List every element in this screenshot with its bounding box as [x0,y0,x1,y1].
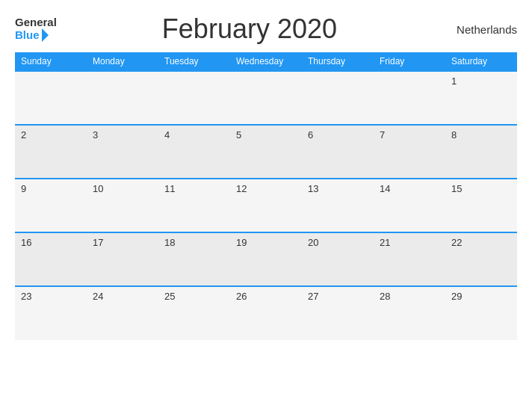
calendar-day-cell: 28 [374,286,445,340]
calendar-day-cell: 4 [158,125,230,179]
calendar-day-cell: 10 [87,179,158,232]
calendar-day-cell: 6 [302,125,374,179]
calendar-header: Sunday Monday Tuesday Wednesday Thursday… [15,52,517,71]
weekday-header-row: Sunday Monday Tuesday Wednesday Thursday… [15,52,517,71]
calendar-day-cell: 19 [230,232,302,286]
calendar-day-cell: 18 [158,232,230,286]
day-number: 25 [164,291,175,302]
calendar-day-cell: 16 [15,232,87,286]
day-number: 12 [236,183,247,194]
calendar-body: 1234567891011121314151617181920212223242… [15,71,517,340]
day-number: 28 [380,291,390,302]
calendar-day-cell: 7 [374,125,445,179]
calendar-day-cell: 5 [230,125,302,179]
day-number: 20 [308,237,318,248]
calendar-day-cell [158,71,230,125]
calendar-day-cell: 25 [158,286,230,340]
calendar-day-cell: 23 [15,286,87,340]
calendar-week-row: 2345678 [15,125,517,179]
calendar-day-cell: 29 [445,286,517,340]
day-number: 16 [21,237,31,248]
header-monday: Monday [87,52,158,71]
header-friday: Friday [374,52,445,71]
day-number: 7 [380,129,385,140]
calendar-day-cell: 21 [374,232,445,286]
day-number: 14 [380,183,390,194]
day-number: 23 [21,291,31,302]
calendar-day-cell: 26 [230,286,302,340]
day-number: 4 [164,129,170,140]
day-number: 18 [164,237,175,248]
logo-general-text: General [15,16,57,29]
calendar-day-cell: 1 [445,71,517,125]
calendar-week-row: 16171819202122 [15,232,517,286]
calendar-day-cell: 11 [158,179,230,232]
calendar-day-cell: 12 [230,179,302,232]
calendar-day-cell [15,71,87,125]
calendar-title: February 2020 [57,13,442,45]
day-number: 26 [236,291,247,302]
day-number: 2 [21,129,26,140]
header-wednesday: Wednesday [230,52,302,71]
calendar-day-cell [374,71,445,125]
day-number: 8 [451,129,457,140]
calendar-day-cell [87,71,158,125]
calendar-day-cell: 24 [87,286,158,340]
day-number: 27 [308,291,318,302]
calendar-day-cell: 22 [445,232,517,286]
country-label: Netherlands [442,23,517,36]
calendar-table: Sunday Monday Tuesday Wednesday Thursday… [15,52,517,340]
calendar-week-row: 1 [15,71,517,125]
day-number: 24 [93,291,103,302]
header: General Blue February 2020 Netherlands [15,13,517,45]
header-saturday: Saturday [445,52,517,71]
day-number: 21 [380,237,390,248]
header-thursday: Thursday [302,52,374,71]
day-number: 19 [236,237,247,248]
day-number: 22 [451,237,462,248]
page: General Blue February 2020 Netherlands S… [0,0,532,411]
header-sunday: Sunday [15,52,87,71]
day-number: 11 [164,183,175,194]
header-tuesday: Tuesday [158,52,230,71]
calendar-day-cell: 20 [302,232,374,286]
calendar-day-cell: 17 [87,232,158,286]
logo-triangle-icon [42,28,49,42]
calendar-day-cell: 8 [445,125,517,179]
day-number: 3 [93,129,98,140]
logo-blue-text: Blue [15,28,49,42]
calendar-day-cell: 2 [15,125,87,179]
logo: General Blue [15,16,57,43]
day-number: 17 [93,237,103,248]
calendar-day-cell: 9 [15,179,87,232]
calendar-day-cell: 15 [445,179,517,232]
calendar-day-cell [302,71,374,125]
day-number: 15 [451,183,462,194]
day-number: 6 [308,129,313,140]
calendar-day-cell: 13 [302,179,374,232]
calendar-day-cell: 14 [374,179,445,232]
calendar-day-cell: 3 [87,125,158,179]
calendar-day-cell [230,71,302,125]
calendar-week-row: 23242526272829 [15,286,517,340]
calendar-day-cell: 27 [302,286,374,340]
day-number: 13 [308,183,318,194]
day-number: 10 [93,183,103,194]
day-number: 5 [236,129,241,140]
day-number: 1 [451,75,457,87]
day-number: 9 [21,183,26,194]
calendar-week-row: 9101112131415 [15,179,517,232]
day-number: 29 [451,291,462,302]
